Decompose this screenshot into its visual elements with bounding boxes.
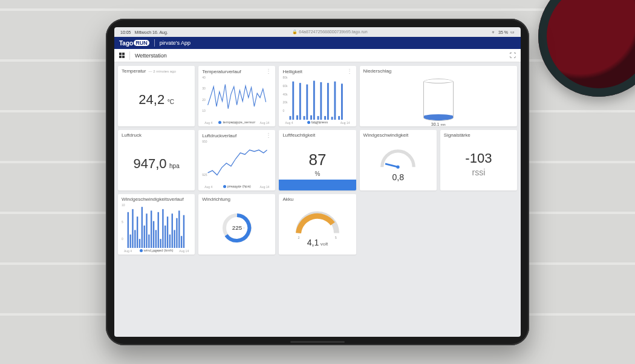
tab-wetterstation[interactable]: Wetterstation [135,53,167,59]
card-windverlauf: Windgeschwindigkeitsverlauf 1050 Aug 4Au… [118,194,195,255]
svg-text:225: 225 [232,224,243,231]
svg-rect-27 [148,235,149,248]
svg-rect-33 [162,209,163,248]
svg-rect-39 [176,218,177,248]
card-windgeschwindigkeit: Windgeschwindigkeit 0,8 [360,130,437,190]
decorative-bowl [538,0,635,97]
status-url: 🔒 64a8724725688000739b95.tago.run [168,30,492,34]
svg-rect-12 [331,117,333,120]
svg-rect-31 [158,212,159,248]
svg-rect-40 [178,210,180,248]
toolbar: Wetterstation ⛶ [114,49,521,62]
battery-percent: 35 % [498,30,508,34]
expand-icon[interactable]: ⛶ [510,52,516,59]
app-header: Tago RUN pirvate's App [114,37,521,49]
rain-cylinder: 16006403200 30.1 mm [363,75,513,124]
svg-point-17 [397,165,400,168]
svg-rect-19 [129,235,131,248]
svg-rect-21 [134,230,135,248]
status-time: 10:05 [120,30,131,34]
svg-rect-5 [307,85,308,120]
battery-gauge: 2 5 4,1 volt [282,203,352,252]
svg-rect-18 [128,212,129,248]
svg-rect-8 [318,116,319,120]
screen: 10:05 Mittwoch 16. Aug. 🔒 64a87247256880… [114,27,521,337]
svg-rect-10 [325,116,327,120]
more-icon[interactable]: ⋮ [347,68,353,74]
card-signalstaerke: Signalstärke -103 rssi [440,130,517,190]
chart-wind[interactable]: 1050 Aug 4Aug 9Aug 14 [122,203,191,248]
chart-temperature[interactable]: 40302010 Aug 4Aug 9Aug 14 [202,76,272,120]
dashboard: Temperatur— 2 minutes ago 24,2 °C Temper… [114,62,521,258]
svg-rect-22 [137,216,138,248]
svg-rect-14 [339,116,340,120]
svg-rect-38 [174,230,175,248]
card-luftdruckverlauf: Luftdruckverlauf⋮ 950925 Aug 4Aug 9Aug 1… [198,130,275,190]
svg-rect-36 [169,235,171,248]
svg-rect-37 [172,213,173,248]
more-icon[interactable]: ⋮ [265,132,272,138]
card-windrichtung: Windrichtung 225 ° [198,194,275,255]
svg-rect-25 [143,226,145,248]
wifi-icon: ᯤ [492,30,496,34]
svg-rect-7 [313,81,315,120]
toolbar-divider [129,51,130,60]
humidity-bar [279,180,356,190]
svg-rect-6 [310,115,312,120]
svg-text:5: 5 [335,235,337,239]
svg-text:°: ° [243,227,244,230]
tablet-frame: 10:05 Mittwoch 16. Aug. 🔒 64a87247256880… [106,19,529,345]
wind-gauge: 0,8 [363,139,433,188]
svg-rect-35 [167,216,168,248]
card-temperatur: Temperatur— 2 minutes ago 24,2 °C [118,66,195,126]
svg-rect-11 [327,83,329,120]
home-indicator[interactable] [290,341,345,343]
svg-rect-1 [293,82,295,120]
svg-rect-9 [321,82,322,120]
card-niederschlag: Niederschlag 16006403200 30.1 mm [360,66,517,126]
header-divider [154,39,155,47]
status-bar: 10:05 Mittwoch 16. Aug. 🔒 64a87247256880… [114,27,521,37]
svg-rect-2 [296,115,298,120]
card-helligkeit: Helligkeit⋮ 80k60k40k20k0 Aug 4Aug 9Aug … [279,66,356,126]
svg-line-16 [385,163,398,166]
svg-rect-4 [304,116,305,120]
svg-rect-30 [155,230,157,248]
svg-text:2: 2 [298,235,300,239]
svg-rect-15 [341,83,343,120]
grid-icon[interactable] [119,53,125,58]
svg-rect-26 [146,213,147,248]
svg-rect-32 [160,239,161,248]
more-icon[interactable]: ⋮ [265,68,272,74]
card-luftfeuchtigkeit: Luftfeuchtigkeit 87 % [279,130,356,190]
status-right: ᯤ 35 % ▭ [492,30,515,34]
wind-direction-ring: 225 ° [202,203,272,252]
svg-rect-3 [299,83,301,120]
svg-rect-13 [334,82,336,120]
chart-brightness[interactable]: 80k60k40k20k0 Aug 4Aug 9Aug 14 [282,76,352,120]
svg-rect-23 [139,239,140,248]
status-date: Mittwoch 16. Aug. [135,30,168,34]
svg-rect-42 [183,215,184,248]
lock-icon: 🔒 [292,30,298,34]
card-akku: Akku 2 5 4,1 volt [279,194,356,255]
app-name: pirvate's App [160,40,190,46]
card-temperaturverlauf: Temperaturverlauf⋮ 40302010 Aug 4Aug 9Au… [198,66,275,126]
svg-rect-34 [164,226,166,248]
svg-rect-20 [132,209,133,248]
tago-logo[interactable]: Tago RUN [119,40,149,47]
card-luftdruck: Luftdruck 947,0 hpa [118,130,195,190]
battery-icon: ▭ [510,30,515,34]
svg-rect-28 [151,210,152,248]
chart-pressure[interactable]: 950925 Aug 4Aug 9Aug 14 [202,140,272,184]
svg-rect-0 [290,116,291,120]
svg-rect-41 [181,236,182,248]
svg-rect-24 [142,207,143,248]
svg-rect-29 [153,221,154,248]
